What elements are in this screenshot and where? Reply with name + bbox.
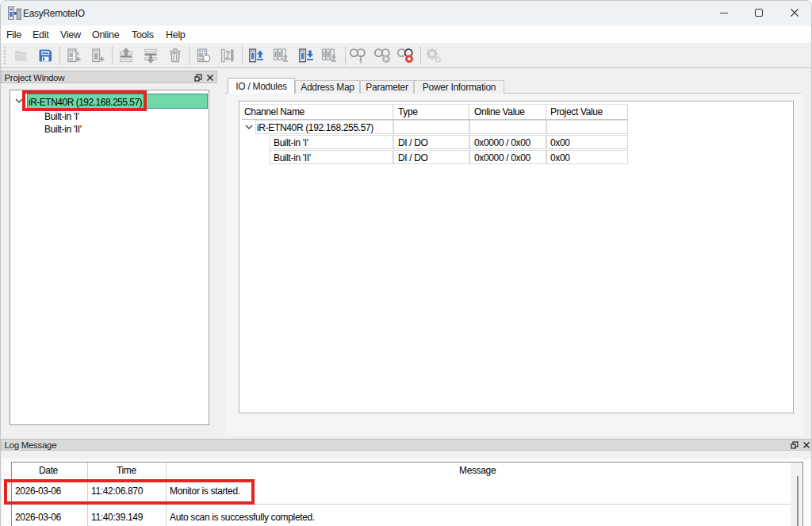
svg-text:?: ? bbox=[225, 50, 230, 59]
